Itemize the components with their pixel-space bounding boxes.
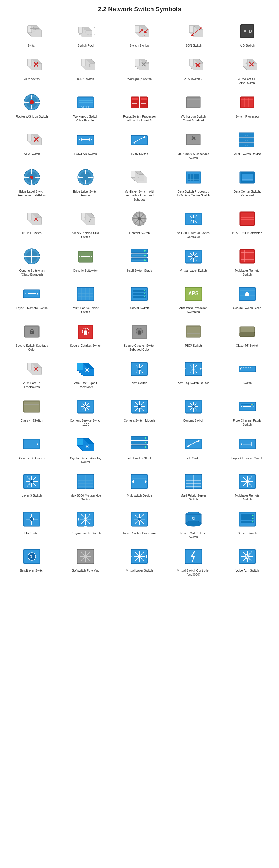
- pbx-switch2-label: Pbx Switch: [24, 531, 39, 535]
- svg-point-345: [145, 437, 146, 439]
- list-item: ISDN Switch: [167, 19, 220, 49]
- virtual-switch-ctrl-icon: [182, 545, 205, 567]
- page-title: 2.2 Network Switch Symbols: [0, 0, 279, 16]
- router-silicon-icon: [21, 91, 43, 114]
- switch-flat-icon: [236, 358, 258, 380]
- switch-pool-label: Switch Pool: [78, 43, 94, 48]
- intelliswitch-stack2-label: Intelliswitch Stack: [127, 456, 152, 460]
- list-item: ✕ ATM Switch: [6, 127, 58, 162]
- list-item: A B A-B Switch: [221, 19, 273, 49]
- isdn-switch4-label: Isdn Switch: [186, 456, 201, 460]
- list-item: Atm Tag Switch Router: [167, 356, 220, 391]
- lanlan-icon: [74, 128, 97, 151]
- svg-rect-230: [133, 292, 146, 295]
- generic-softswitch-cisco-icon: [21, 245, 43, 268]
- multilayer-remote-label: Multilayer Remote Switch: [230, 269, 264, 277]
- class45switch-icon: [21, 395, 43, 417]
- list-item: ISDN Switch: [113, 127, 165, 162]
- list-item: V Voice Atm Switch: [221, 544, 273, 578]
- svg-marker-28: [28, 59, 32, 66]
- svg-rect-296: [245, 367, 247, 368]
- workgroup-color-icon: [182, 91, 205, 114]
- svg-rect-300: [24, 402, 39, 411]
- isdn-switch-icon: [182, 20, 205, 42]
- layer3-switch-icon: [21, 470, 43, 492]
- isdn-switch-label: ISDN Switch: [185, 43, 202, 48]
- data-switch-proc-icon: [182, 166, 205, 188]
- voice-atm-label: Voice-Enabled ATM Switch: [69, 231, 102, 239]
- atm-switch-icon: ✕: [21, 54, 43, 76]
- vsc3000-icon: [182, 208, 205, 230]
- secure-catalyst-subdued-icon: [128, 320, 151, 342]
- layer2-remote-label: Layer 2 Remote Switch: [16, 306, 48, 310]
- svg-text:✕: ✕: [85, 443, 90, 450]
- mgx8000-2-icon: [74, 470, 97, 492]
- list-item: Secure Switch Subdued Color: [6, 318, 58, 353]
- svg-text:↕: ↕: [84, 215, 85, 218]
- list-item: Fibre Channel Fabric Switch: [221, 394, 273, 428]
- list-item: ↕ Switch Pool: [59, 19, 112, 49]
- svg-point-196: [144, 250, 146, 252]
- workgroup-voice-icon: VOICE: [74, 91, 97, 114]
- workgroup-switch-label: Workgroup switch: [127, 77, 152, 81]
- svg-rect-253: [84, 331, 87, 334]
- layer2-remote2-label: Layer 2 Remote Switch: [231, 456, 263, 460]
- pbx-switch-label: PBX/ Switch: [185, 344, 202, 347]
- list-item: ✕ Gigabit Switch Atm Tag Router: [59, 431, 112, 466]
- class45-label: Class 4/5 Switch: [236, 344, 258, 347]
- isdn-switch2-label: ISDN switch: [77, 77, 94, 81]
- svg-point-403: [30, 517, 34, 521]
- svg-rect-429: [241, 521, 254, 523]
- list-item: Virtual Switch Controller (vsc3000): [167, 544, 220, 578]
- list-item: Generic Softswitch: [59, 244, 112, 278]
- svg-rect-330: [241, 404, 254, 405]
- list-item: Virtual Layer Switch: [113, 544, 165, 578]
- atm-switch4-icon: [128, 358, 151, 380]
- svg-text:V: V: [89, 218, 91, 222]
- svg-text:SI: SI: [30, 555, 33, 558]
- router-silicon-icon2: SI: [182, 508, 205, 530]
- list-item: Multilayer Remote Switch: [221, 468, 273, 503]
- svg-point-197: [144, 255, 146, 256]
- multi-fabric2-icon: [182, 470, 205, 492]
- list-item: ↕ Multilayer Switch, with and without Te…: [113, 164, 165, 203]
- generic-softswitch-icon: [74, 245, 97, 268]
- svg-point-423: [186, 521, 201, 526]
- workgroup-voice-label: Workgroup Switch Voice-Enabled: [69, 115, 102, 123]
- list-item: Content Switch: [167, 394, 220, 428]
- fibre-channel-icon: [236, 395, 258, 417]
- svg-rect-66: [141, 97, 147, 100]
- atm-switch4-label: Atm Switch: [132, 381, 147, 385]
- list-item: Workgroup Switch Color/ Subdued: [167, 89, 220, 124]
- svg-point-430: [252, 515, 253, 516]
- intelliswitch-stack-label: IntelliSwitch Stack: [127, 269, 152, 273]
- secure-catalyst-icon: ⚙: [74, 320, 97, 342]
- list-item: Atm Switch: [113, 356, 165, 391]
- data-center-rev-icon: [236, 166, 258, 188]
- svg-rect-428: [241, 518, 254, 520]
- server-switch2-label: Server Switch: [238, 531, 257, 535]
- svg-point-50: [30, 100, 34, 104]
- atmfastgb-ether-label: ATM/FastGb Etherswitch: [15, 381, 49, 389]
- list-item: Switch: [221, 356, 273, 391]
- server-switch-label: Server Switch: [130, 306, 149, 310]
- layer3-switch-label: Layer 3 Switch: [22, 494, 42, 497]
- list-item: Data Switch Processor, AKA Data Center S…: [167, 164, 220, 203]
- secure-catalyst-subdued-label: Secure Catalyst Switch Subdued Color: [123, 344, 156, 352]
- data-center-rev-label: Data Center Switch, Reversed: [230, 189, 264, 197]
- multi-switch-label: Multi- Switch Device: [233, 152, 261, 156]
- svg-point-367: [30, 480, 33, 483]
- secure-switch-cisco-icon: [236, 283, 258, 305]
- list-item: Router w/Silicon Switch: [6, 89, 58, 124]
- ip-dsl-icon: ✕: [21, 208, 43, 230]
- generic-softswitch2-label: Generic Softswitch: [19, 456, 44, 460]
- atm-switch-label: ATM switch: [24, 77, 39, 81]
- ip-dsl-label: IP DSL Switch: [22, 231, 41, 235]
- isdn-switch3-label: ISDN Switch: [131, 152, 148, 156]
- svg-point-420: [138, 518, 141, 521]
- list-item: IntelliSwitch Stack: [113, 244, 165, 278]
- list-item: Server Switch: [113, 281, 165, 316]
- content-switch2-icon: [182, 395, 205, 417]
- list-item: Route/Switch Processor with and without …: [113, 89, 165, 124]
- route-switch-label: Route/Switch Processor with and without …: [123, 115, 156, 123]
